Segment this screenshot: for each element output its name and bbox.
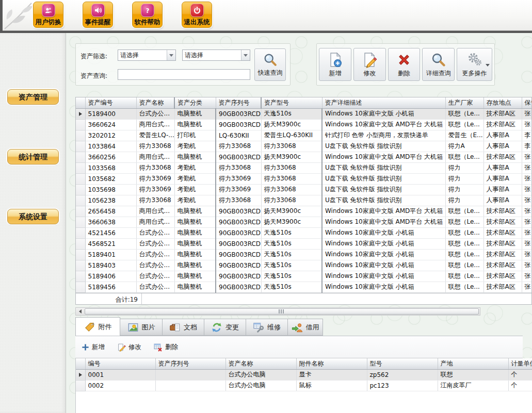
- asset-table-row[interactable]: 5189456 台式办公... 电脑整机 90GB003RCD 天逸510s W…: [76, 282, 532, 292]
- document-briefcase-icon: [169, 322, 181, 333]
- asset-table-row[interactable]: 4568521 台式办公... 电脑整机 90GB003RCD 天逸510s W…: [76, 238, 532, 249]
- column-header[interactable]: 资产型号: [261, 97, 322, 108]
- cell-model: 得力33068: [261, 141, 322, 152]
- detail-query-button[interactable]: 详细查询: [422, 48, 455, 81]
- cell-model: zp562: [367, 369, 438, 380]
- tab-attachments[interactable]: 附件: [75, 317, 120, 336]
- cell-model: 扬天M3900c: [261, 152, 322, 162]
- column-header[interactable]: 资产分类: [174, 97, 216, 108]
- cell-description: U盘下载 免软件版 指纹识别: [322, 162, 445, 173]
- horizontal-scrollbar[interactable]: [75, 307, 480, 316]
- cell-asset-name: 商用台式...: [136, 119, 174, 130]
- column-header[interactable]: 资产名称: [136, 97, 174, 108]
- attachment-delete-button[interactable]: 删除: [154, 343, 178, 352]
- asset-table-row[interactable]: 1035682 得力33069 考勤机 得力33069 得力33068 U盘下载…: [76, 173, 532, 184]
- chevron-down-icon[interactable]: [167, 50, 175, 60]
- asset-filter-select-2[interactable]: 请选择: [182, 49, 250, 61]
- cell-location: 人事部A: [483, 173, 522, 184]
- cell-location: 技术部A区: [483, 217, 522, 227]
- cell-attachment-name: 显卡: [296, 369, 367, 380]
- cell-serial-number: 得力33068: [216, 195, 261, 206]
- asset-table-row[interactable]: 1056238 得力33068 考勤机 得力33068 得力33068 U盘下载…: [76, 195, 532, 206]
- software-help-label: 软件帮助: [135, 18, 160, 27]
- column-header[interactable]: 资产名称: [225, 358, 296, 369]
- cell-asset-category: 考勤机: [174, 141, 216, 152]
- sidebar-item-statistics-management[interactable]: 统计管理: [7, 149, 59, 164]
- column-header[interactable]: 资产详细描述: [322, 97, 445, 108]
- asset-query-input[interactable]: [118, 69, 250, 80]
- exit-system-button[interactable]: 退出系统: [182, 2, 212, 28]
- cell-serial-number: 90GB003RCD: [216, 119, 261, 130]
- asset-table-row[interactable]: 1033568 得力33068 考勤机 得力33068 得力33068 U盘下载…: [76, 162, 532, 173]
- cell-location: 技术部A区: [483, 206, 522, 217]
- cell-asset-id: 3660256: [85, 152, 136, 162]
- asset-table-row[interactable]: 4521456 台式办公... 电脑整机 90GB003RCD 天逸510s W…: [76, 227, 532, 238]
- quick-query-button[interactable]: 快速查询: [254, 48, 286, 81]
- chevron-down-icon[interactable]: [241, 50, 250, 60]
- event-reminder-button[interactable]: 事件提醒: [83, 2, 113, 28]
- user-switch-icon: [42, 4, 55, 17]
- cell-manufacturer: 联想（Le...: [445, 227, 483, 238]
- sidebar-item-system-settings[interactable]: 系统设置: [7, 209, 59, 224]
- asset-table-row[interactable]: 5189406 台式办公... 电脑整机 90GB003RCD 天逸510s W…: [76, 271, 532, 282]
- asset-table-row[interactable]: 2656458 商用台式... 电脑整机 90GB003RCD 扬天M3900c…: [76, 206, 532, 217]
- user-switch-button[interactable]: 用户切换: [33, 2, 63, 28]
- cell-description: Windows 10家庭中文版 AMD平台 大机箱: [322, 119, 445, 130]
- asset-table-row[interactable]: 3660638 商用台式... 电脑整机 90GB003RCD 扬天M3900c…: [76, 217, 532, 227]
- asset-table-row[interactable]: 3660256 商用台式... 电脑整机 90GB003RCD 扬天M3900c…: [76, 152, 532, 162]
- column-header[interactable]: 附件名称: [296, 358, 367, 369]
- software-help-button[interactable]: ? 软件帮助: [132, 2, 163, 28]
- attachment-table-row[interactable]: 0001 台式办公电脑 显卡 zp562 联想 个: [76, 369, 532, 380]
- attachment-toolbar: 新增 修改 删除: [75, 336, 523, 358]
- cell-asset-name: 台式办公电脑: [225, 369, 296, 380]
- add-button[interactable]: 新增: [319, 48, 351, 81]
- asset-table-row[interactable]: 1035698 得力33069 考勤机 得力33069 得力33068 U盘下载…: [76, 184, 532, 195]
- attachment-table-row[interactable]: 0002 台式办公电脑 鼠标 pc123 江南皮革厂 个: [76, 380, 532, 391]
- column-header[interactable]: 保管人: [522, 97, 532, 108]
- asset-table-row[interactable]: 5189400 台式办公... 电脑整机 90GB003RCD 天逸510s W…: [76, 108, 532, 119]
- cell-asset-category: 电脑整机: [174, 227, 216, 238]
- edit-document-icon: [361, 52, 378, 68]
- cell-asset-id: 3660624: [85, 119, 136, 130]
- attachment-edit-button[interactable]: 修改: [117, 343, 141, 352]
- cell-description: 针式打印 色带 小型商用，发票快递单: [322, 130, 445, 141]
- asset-table-row[interactable]: 5189401 台式办公... 电脑整机 90GB003RCD 天逸510s W…: [76, 249, 532, 260]
- asset-table-row[interactable]: 3660624 商用台式... 电脑整机 90GB003RCD 扬天M3900c…: [76, 119, 532, 130]
- cell-location: 人事部A: [483, 184, 522, 195]
- asset-filter-select-1[interactable]: 请选择: [118, 49, 176, 61]
- column-header[interactable]: 产地: [438, 358, 508, 369]
- cell-asset-id: 4521456: [85, 227, 136, 238]
- column-header[interactable]: 生产厂家: [445, 97, 483, 108]
- cell-location: 技术部A区: [483, 271, 522, 282]
- asset-table-row[interactable]: 5189403 台式办公... 电脑整机 90GB003RCD 天逸510s W…: [76, 260, 532, 271]
- edit-button[interactable]: 修改: [353, 48, 386, 81]
- scroll-left-arrow-icon[interactable]: [76, 308, 84, 315]
- cell-serial-number: 90GB003RCD: [216, 227, 261, 238]
- cell-asset-category: 电脑整机: [174, 119, 216, 130]
- asset-table-row[interactable]: 1033864 得力33068 考勤机 得力33068 得力33068 U盘下载…: [76, 141, 532, 152]
- cell-description: Windows 10家庭中文版 小机箱: [322, 238, 445, 249]
- delete-button[interactable]: 删除: [388, 48, 421, 81]
- more-operations-label: 更多操作: [462, 69, 487, 78]
- cell-manufacturer: 联想（Le...: [445, 271, 483, 282]
- cell-serial-number: 90GB003RCD: [216, 108, 261, 119]
- tab-repairs[interactable]: 维修: [246, 319, 288, 336]
- tab-borrow[interactable]: 借用: [288, 319, 323, 336]
- column-header[interactable]: 存放地点: [483, 97, 522, 108]
- more-operations-button[interactable]: 更多操作: [457, 48, 492, 81]
- tab-pictures[interactable]: 图片: [120, 319, 163, 336]
- sidebar-item-asset-management[interactable]: 资产管理: [7, 89, 59, 105]
- column-header[interactable]: 编号: [85, 358, 155, 369]
- column-header[interactable]: 资产序列号: [216, 97, 261, 108]
- edit-button-label: 修改: [363, 69, 376, 78]
- tab-documents[interactable]: 文档: [163, 319, 204, 336]
- column-header[interactable]: 型号: [367, 358, 438, 369]
- attachment-add-button[interactable]: 新增: [82, 343, 105, 352]
- cell-location: 技术部A区: [483, 260, 522, 271]
- scrollbar-thumb[interactable]: [85, 308, 479, 315]
- asset-table-row[interactable]: 3202012 爱普生LQ-... 打印机 LQ-630KII 爱普生LQ-63…: [76, 130, 532, 141]
- column-header[interactable]: 计量单位: [508, 358, 532, 369]
- tab-changes[interactable]: 变更: [204, 319, 246, 336]
- column-header[interactable]: 资产序列号: [155, 358, 225, 369]
- column-header[interactable]: 资产编号: [85, 97, 136, 108]
